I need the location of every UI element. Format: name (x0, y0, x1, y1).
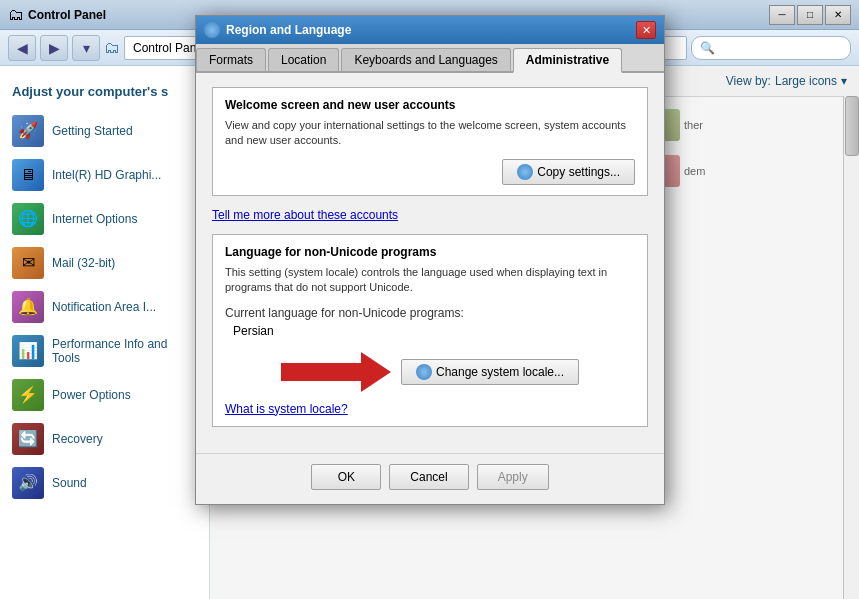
tab-location[interactable]: Location (268, 48, 339, 71)
right-item[interactable]: ther (644, 105, 851, 145)
welcome-title: Welcome screen and new user accounts (225, 98, 635, 112)
cp-window-controls: ─ □ ✕ (769, 5, 851, 25)
intel-hd-icon: 🖥 (12, 159, 44, 191)
sidebar-item-sound[interactable]: 🔊 Sound (0, 461, 209, 505)
tab-administrative[interactable]: Administrative (513, 48, 622, 73)
close-button[interactable]: ✕ (825, 5, 851, 25)
mail-icon: ✉ (12, 247, 44, 279)
change-locale-icon (416, 364, 432, 380)
performance-icon: 📊 (12, 335, 44, 367)
search-bar[interactable]: 🔍 (691, 36, 851, 60)
view-dropdown-icon: ▾ (841, 74, 847, 88)
current-lang-value: Persian (233, 324, 635, 338)
copy-btn-row: Copy settings... (225, 159, 635, 185)
tab-keyboards[interactable]: Keyboards and Languages (341, 48, 510, 71)
sound-icon: 🔊 (12, 467, 44, 499)
sidebar-label-power-options: Power Options (52, 388, 131, 402)
forward-button[interactable]: ▶ (40, 35, 68, 61)
sidebar-header: Adjust your computer's s (0, 76, 209, 109)
non-unicode-description: This setting (system locale) controls th… (225, 265, 635, 296)
dialog-footer: OK Cancel Apply (196, 453, 664, 504)
right-item[interactable]: dem (644, 151, 851, 191)
copy-settings-button[interactable]: Copy settings... (502, 159, 635, 185)
internet-options-icon: 🌐 (12, 203, 44, 235)
scrollbar-thumb[interactable] (845, 96, 859, 156)
dialog-titlebar: Region and Language ✕ (196, 16, 664, 44)
sidebar-label-mail: Mail (32-bit) (52, 256, 115, 270)
search-icon: 🔍 (700, 41, 715, 55)
change-locale-label: Change system locale... (436, 365, 564, 379)
copy-settings-icon (517, 164, 533, 180)
sidebar-label-getting-started: Getting Started (52, 124, 133, 138)
sidebar-item-internet-options[interactable]: 🌐 Internet Options (0, 197, 209, 241)
dialog-title-text: Region and Language (226, 23, 630, 37)
welcome-description: View and copy your international setting… (225, 118, 635, 149)
sidebar-label-notification-area: Notification Area I... (52, 300, 156, 314)
copy-settings-label: Copy settings... (537, 165, 620, 179)
sidebar-label-performance: Performance Info and Tools (52, 337, 197, 365)
sidebar-label-intel-hd: Intel(R) HD Graphi... (52, 168, 161, 182)
learn-more-link[interactable]: Tell me more about these accounts (212, 208, 398, 222)
apply-button[interactable]: Apply (477, 464, 549, 490)
scrollbar-track[interactable] (843, 96, 859, 599)
cp-title: Control Panel (28, 8, 106, 22)
red-arrow (281, 352, 391, 392)
sidebar-item-notification-area[interactable]: 🔔 Notification Area I... (0, 285, 209, 329)
power-options-icon: ⚡ (12, 379, 44, 411)
recovery-icon: 🔄 (12, 423, 44, 455)
sidebar-label-recovery: Recovery (52, 432, 103, 446)
dropdown-button[interactable]: ▾ (72, 35, 100, 61)
view-label: View by: (726, 74, 771, 88)
dialog-tab-bar: Formats Location Keyboards and Languages… (196, 44, 664, 73)
arrow-head (361, 352, 391, 392)
getting-started-icon: 🚀 (12, 115, 44, 147)
sidebar-label-internet-options: Internet Options (52, 212, 137, 226)
dialog-content: Welcome screen and new user accounts Vie… (196, 73, 664, 453)
back-button[interactable]: ◀ (8, 35, 36, 61)
change-locale-row: Change system locale... (225, 352, 635, 392)
dialog-title-icon (204, 22, 220, 38)
tab-formats[interactable]: Formats (196, 48, 266, 71)
sidebar-item-getting-started[interactable]: 🚀 Getting Started (0, 109, 209, 153)
view-value[interactable]: Large icons (775, 74, 837, 88)
right-item-label: dem (684, 165, 705, 177)
sidebar-item-mail[interactable]: ✉ Mail (32-bit) (0, 241, 209, 285)
sidebar-item-intel-hd[interactable]: 🖥 Intel(R) HD Graphi... (0, 153, 209, 197)
minimize-button[interactable]: ─ (769, 5, 795, 25)
current-lang-label: Current language for non-Unicode program… (225, 306, 635, 320)
cp-sidebar: Adjust your computer's s 🚀 Getting Start… (0, 66, 210, 599)
non-unicode-section: Language for non-Unicode programs This s… (212, 234, 648, 427)
what-is-locale-link[interactable]: What is system locale? (225, 402, 348, 416)
welcome-section: Welcome screen and new user accounts Vie… (212, 87, 648, 196)
cancel-button[interactable]: Cancel (389, 464, 468, 490)
non-unicode-title: Language for non-Unicode programs (225, 245, 635, 259)
sidebar-item-power-options[interactable]: ⚡ Power Options (0, 373, 209, 417)
ok-button[interactable]: OK (311, 464, 381, 490)
change-system-locale-button[interactable]: Change system locale... (401, 359, 579, 385)
right-item-label: ther (684, 119, 703, 131)
sidebar-item-performance[interactable]: 📊 Performance Info and Tools (0, 329, 209, 373)
arrow-body (281, 363, 361, 381)
sidebar-item-recovery[interactable]: 🔄 Recovery (0, 417, 209, 461)
region-language-dialog: Region and Language ✕ Formats Location K… (195, 15, 665, 505)
learn-more-row: Tell me more about these accounts (212, 208, 648, 222)
sidebar-label-sound: Sound (52, 476, 87, 490)
dialog-close-button[interactable]: ✕ (636, 21, 656, 39)
maximize-button[interactable]: □ (797, 5, 823, 25)
notification-area-icon: 🔔 (12, 291, 44, 323)
